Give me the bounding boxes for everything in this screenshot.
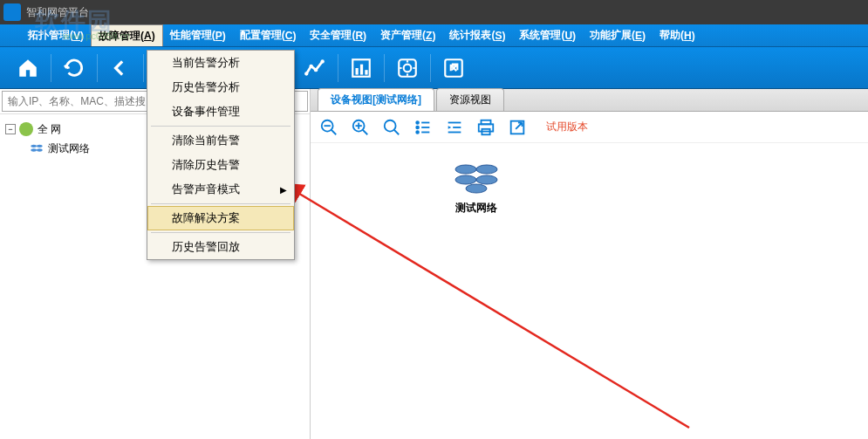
svg-rect-5 xyxy=(356,68,359,75)
settings-button[interactable] xyxy=(386,51,428,86)
menu-extension[interactable]: 功能扩展(E) xyxy=(583,24,653,46)
network-node-icon xyxy=(450,161,502,195)
svg-line-19 xyxy=(363,129,368,134)
svg-point-40 xyxy=(476,175,497,184)
trial-label: 试用版本 xyxy=(546,120,588,134)
svg-point-25 xyxy=(416,126,419,128)
app-title: 智和网管平台 xyxy=(26,5,89,20)
view-toolbar: 试用版本 xyxy=(311,112,868,143)
toolbar-separator xyxy=(384,54,385,82)
svg-point-1 xyxy=(310,64,313,67)
fault-dropdown: 当前告警分析 历史告警分析 设备事件管理 清除当前告警 清除历史告警 告警声音模… xyxy=(147,50,295,260)
zoom-out-button[interactable] xyxy=(319,118,338,137)
globe-icon xyxy=(19,122,33,136)
tree-child-label: 测试网络 xyxy=(48,141,90,156)
tab-resource-view[interactable]: 资源视图 xyxy=(436,88,504,111)
svg-point-22 xyxy=(385,120,396,131)
svg-point-38 xyxy=(476,165,497,174)
dd-alarm-sound-mode[interactable]: 告警声音模式▶ xyxy=(147,177,294,202)
right-panel: 设备视图[测试网络] 资源视图 试用版本 测试网络 xyxy=(311,89,868,439)
zoom-in-button[interactable] xyxy=(351,118,370,137)
menubar: 拓扑管理(V) 故障管理(A) 性能管理(P) 配置管理(C) 安全管理(R) … xyxy=(0,24,868,47)
toolbar-separator xyxy=(97,54,98,82)
svg-rect-34 xyxy=(479,124,494,131)
bar-chart-button[interactable] xyxy=(340,51,382,86)
svg-rect-7 xyxy=(365,70,367,74)
svg-point-37 xyxy=(455,165,476,174)
dd-separator xyxy=(151,126,290,127)
workspace: − 全 网 测试网络 设备视图[测试网络] 资源视图 试 xyxy=(0,89,868,439)
dd-separator xyxy=(151,232,290,233)
menu-performance[interactable]: 性能管理(P) xyxy=(163,24,233,46)
zoom-fit-button[interactable] xyxy=(382,118,401,137)
toolbar-separator xyxy=(51,54,51,82)
home-button[interactable] xyxy=(7,51,49,86)
svg-point-41 xyxy=(466,184,487,193)
svg-point-14 xyxy=(37,148,43,151)
svg-point-12 xyxy=(37,145,43,147)
chart-button[interactable] xyxy=(294,51,336,86)
toolbar xyxy=(0,47,868,89)
svg-point-13 xyxy=(31,148,37,151)
list-button[interactable] xyxy=(413,118,433,137)
toolbar-separator xyxy=(338,54,338,82)
menu-system[interactable]: 系统管理(U) xyxy=(512,24,583,46)
submenu-arrow-icon: ▶ xyxy=(280,185,287,195)
menu-topology[interactable]: 拓扑管理(V) xyxy=(21,24,91,46)
dd-history-alarm-playback[interactable]: 历史告警回放 xyxy=(147,235,294,259)
menu-asset[interactable]: 资产管理(Z) xyxy=(373,24,442,46)
dd-clear-current-alarm[interactable]: 清除当前告警 xyxy=(147,128,294,153)
export-button[interactable] xyxy=(508,118,527,137)
menu-help[interactable]: 帮助(H) xyxy=(653,24,702,46)
svg-point-24 xyxy=(416,121,419,124)
collapse-icon[interactable]: − xyxy=(5,124,16,134)
dd-fault-solution[interactable]: 故障解决方案 xyxy=(147,206,294,230)
network-node-label: 测试网络 xyxy=(450,201,502,216)
menu-report[interactable]: 统计报表(S) xyxy=(442,24,512,46)
tabs-row: 设备视图[测试网络] 资源视图 xyxy=(311,89,868,112)
menu-security[interactable]: 安全管理(R) xyxy=(303,24,373,46)
menu-config[interactable]: 配置管理(C) xyxy=(233,24,304,46)
toolbar-separator xyxy=(143,54,144,82)
network-node[interactable]: 测试网络 xyxy=(450,161,502,216)
refresh-button[interactable] xyxy=(53,51,95,86)
dd-device-event-mgmt[interactable]: 设备事件管理 xyxy=(147,99,294,124)
svg-line-16 xyxy=(331,129,337,134)
svg-point-39 xyxy=(455,175,476,184)
svg-point-0 xyxy=(304,72,308,75)
toolbar-separator xyxy=(430,54,431,82)
canvas[interactable]: 测试网络 xyxy=(311,143,868,439)
expand-button[interactable] xyxy=(433,51,475,86)
tab-device-view[interactable]: 设备视图[测试网络] xyxy=(318,88,434,111)
svg-point-9 xyxy=(404,64,412,72)
network-icon xyxy=(30,143,44,154)
titlebar: 智和网管平台 xyxy=(0,0,868,24)
svg-point-26 xyxy=(416,131,419,134)
svg-point-11 xyxy=(31,145,37,147)
back-button[interactable] xyxy=(99,51,141,86)
svg-rect-6 xyxy=(360,64,363,74)
dd-separator xyxy=(151,203,290,204)
dd-clear-history-alarm[interactable]: 清除历史告警 xyxy=(147,153,294,177)
svg-line-23 xyxy=(394,129,400,134)
app-icon xyxy=(3,3,21,21)
dd-history-alarm-analysis[interactable]: 历史告警分析 xyxy=(147,75,294,99)
tree-root-label: 全 网 xyxy=(38,122,61,137)
print-button[interactable] xyxy=(476,118,496,137)
dd-current-alarm-analysis[interactable]: 当前告警分析 xyxy=(147,51,294,75)
menu-fault[interactable]: 故障管理(A) xyxy=(91,24,163,46)
svg-point-3 xyxy=(321,59,325,63)
indent-button[interactable] xyxy=(445,118,464,137)
svg-point-2 xyxy=(314,68,318,72)
